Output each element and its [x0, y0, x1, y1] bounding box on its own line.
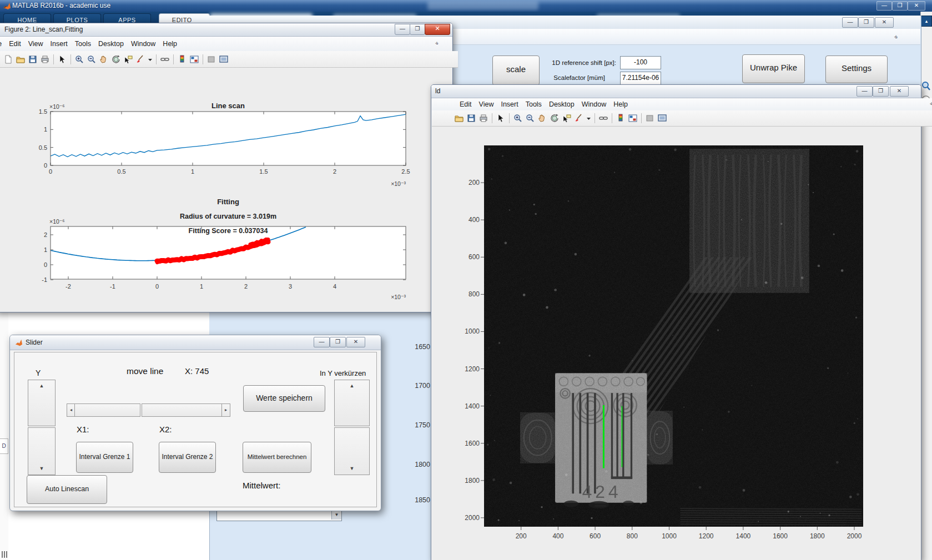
caret-down-icon[interactable]	[586, 113, 591, 123]
phase-image[interactable]: 424	[484, 145, 863, 527]
settings-button[interactable]: Settings	[825, 56, 888, 83]
shorten-scroll-down[interactable]: ▼	[334, 427, 370, 475]
chevron-down-icon[interactable]: ▼	[331, 511, 341, 519]
unwrap-pike-button[interactable]: Unwrap Pike	[742, 54, 805, 83]
menu-item-window[interactable]: Window	[131, 40, 155, 48]
y-scroll-up[interactable]: ▲	[28, 380, 56, 426]
menu-item-file[interactable]: File	[0, 40, 2, 48]
close-button[interactable]: ✕	[875, 17, 894, 28]
calculate-mean-button[interactable]: Mittelwert berechnen	[243, 442, 311, 473]
brush-icon[interactable]	[135, 54, 145, 64]
svg-text:4: 4	[333, 283, 336, 290]
dock-gray-icon[interactable]	[645, 113, 655, 123]
dock-pin-icon[interactable]: ▴	[921, 16, 932, 27]
open-folder-icon[interactable]	[454, 113, 464, 123]
legend-icon[interactable]	[628, 113, 638, 123]
menu-item-help[interactable]: Help	[163, 40, 177, 48]
save-icon[interactable]	[466, 113, 476, 123]
rotate-3d-icon[interactable]	[111, 54, 121, 64]
restore-button[interactable]: ❐	[873, 86, 889, 97]
auto-linescan-button[interactable]: Auto Linescan	[27, 475, 107, 504]
menu-item-tools[interactable]: Tools	[526, 100, 542, 108]
image-figure-title-bar[interactable]: ld	[431, 85, 921, 98]
svg-text:×10⁻³: ×10⁻³	[391, 294, 406, 300]
slider-right-arrow[interactable]: ▸	[221, 403, 230, 417]
svg-text:2: 2	[44, 231, 47, 238]
new-file-icon[interactable]	[3, 54, 13, 64]
arrow-cursor-icon[interactable]	[496, 113, 506, 123]
phase-image-axes[interactable]: 424 200400600800100012001400160018002000…	[455, 128, 883, 543]
zoom-in-icon[interactable]	[74, 54, 84, 64]
data-cursor-icon[interactable]	[562, 113, 572, 123]
save-icon[interactable]	[28, 54, 38, 64]
menu-item-edit[interactable]: Edit	[9, 40, 21, 48]
close-button[interactable]: ✕	[346, 337, 365, 347]
shorten-scroll-up[interactable]: ▲	[334, 380, 370, 426]
interval-limit1-button[interactable]: Interval Grenze 1	[76, 442, 133, 473]
y-scroll-down[interactable]: ▼	[28, 427, 56, 475]
menu-item-view[interactable]: View	[28, 40, 43, 48]
menu-item-window[interactable]: Window	[582, 100, 606, 108]
close-button[interactable]: ✕	[908, 1, 925, 11]
save-values-button[interactable]: Werte speichern	[243, 385, 325, 412]
restore-button[interactable]: ❐	[410, 24, 425, 35]
slider-track-right[interactable]	[142, 403, 223, 417]
print-icon[interactable]	[40, 54, 50, 64]
colorbar-icon[interactable]	[177, 54, 187, 64]
dock-monitor-icon[interactable]	[657, 113, 667, 123]
x1-label: X1:	[77, 425, 89, 434]
link-plots-icon[interactable]	[598, 113, 608, 123]
print-icon[interactable]	[478, 113, 488, 123]
reference-shift-field[interactable]: -100	[620, 56, 661, 69]
legend-icon[interactable]	[189, 54, 199, 64]
toolbar-separator	[641, 113, 642, 123]
menu-item-tools[interactable]: Tools	[75, 40, 91, 48]
interval-limit2-button[interactable]: Interval Grenze 2	[159, 442, 216, 473]
dropdown-select[interactable]: ▼	[216, 510, 342, 521]
left-dock-strip	[0, 311, 9, 560]
maximize-button[interactable]: ❐	[892, 1, 908, 11]
close-button[interactable]: ✕	[890, 86, 909, 97]
zoom-in-icon[interactable]	[513, 113, 523, 123]
slider-track-left[interactable]	[74, 403, 140, 417]
collapsed-panel-tab[interactable]: D	[0, 438, 8, 454]
link-plots-icon[interactable]	[160, 54, 170, 64]
dock-arrow-icon[interactable]: »	[434, 40, 441, 47]
minimize-button[interactable]: —	[857, 86, 873, 97]
close-button[interactable]: ✕	[425, 24, 450, 35]
minimize-button[interactable]: —	[876, 1, 892, 11]
minimize-button[interactable]: —	[842, 17, 858, 28]
data-cursor-icon[interactable]	[123, 54, 133, 64]
dock-arrow-icon[interactable]: »	[929, 100, 932, 107]
restore-button[interactable]: ❐	[858, 17, 874, 28]
dock-arrow-icon[interactable]: »	[893, 33, 900, 41]
minimize-button[interactable]: —	[395, 24, 410, 35]
figure2-plots[interactable]: 00.511.522.500.511.5Line scan×10⁻⁶×10⁻³-…	[22, 83, 433, 319]
zoom-out-icon[interactable]	[525, 113, 535, 123]
restore-button[interactable]: ❐	[330, 337, 346, 347]
pan-hand-icon[interactable]	[99, 54, 109, 64]
menu-item-insert[interactable]: Insert	[51, 40, 68, 48]
menu-item-view[interactable]: View	[479, 100, 494, 108]
arrow-cursor-icon[interactable]	[57, 54, 67, 64]
dock-gray-icon[interactable]	[206, 54, 216, 64]
caret-down-icon[interactable]	[148, 54, 153, 64]
minimize-button[interactable]: —	[314, 337, 330, 347]
menu-item-desktop[interactable]: Desktop	[549, 100, 575, 108]
menu-item-desktop[interactable]: Desktop	[98, 40, 124, 48]
toolbar-separator	[173, 54, 174, 64]
colorbar-icon[interactable]	[616, 113, 626, 123]
open-folder-icon[interactable]	[16, 54, 26, 64]
menu-item-edit[interactable]: Edit	[460, 100, 472, 108]
search-icon[interactable]	[921, 81, 931, 91]
scalefactor-field[interactable]: 7.21154e-06	[620, 72, 661, 85]
figure2-title-bar[interactable]: Figure 2: Line_scan,Fitting	[0, 23, 452, 37]
zoom-out-icon[interactable]	[87, 54, 97, 64]
menu-item-help[interactable]: Help	[613, 100, 628, 108]
menu-item-insert[interactable]: Insert	[501, 100, 518, 108]
brush-icon[interactable]	[574, 113, 584, 123]
rotate-3d-icon[interactable]	[550, 113, 560, 123]
dock-monitor-icon[interactable]	[219, 54, 229, 64]
slider-title-bar[interactable]: Slider — ❐ ✕	[10, 335, 381, 350]
pan-hand-icon[interactable]	[537, 113, 547, 123]
